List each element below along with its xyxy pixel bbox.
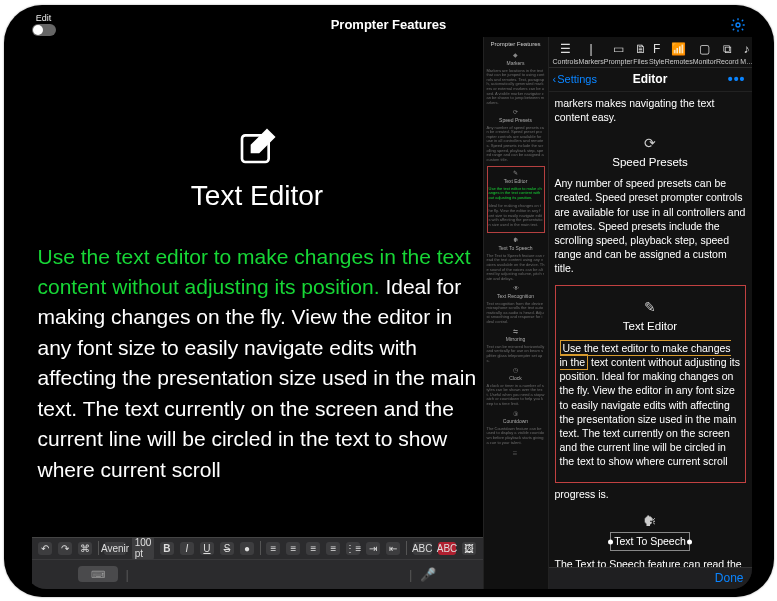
align-justify-button[interactable]: ≡ bbox=[326, 542, 340, 555]
minimap-active-frame: ✎Text Editor Use the text editor to make… bbox=[487, 166, 545, 233]
list-button[interactable]: ⋮≡ bbox=[346, 542, 360, 555]
format-toolbar: ↶ ↷ ⌘ Avenir 100 pt B I U S ● ≡ ≡ ≡ ≡ bbox=[32, 537, 483, 559]
editor-heading: Text Editor bbox=[38, 127, 477, 212]
tool-label: Remotes bbox=[665, 58, 693, 65]
compose-icon bbox=[38, 127, 477, 176]
minimap-handle-icon[interactable]: ≡ bbox=[487, 449, 545, 459]
monitor-icon: ▢ bbox=[696, 41, 712, 57]
done-bar: Done bbox=[549, 567, 752, 589]
minimap-sec-markers: ◆Markers bbox=[487, 52, 545, 66]
minimap-sec-speed: ⟳Speed Presets bbox=[487, 109, 545, 123]
minimap-block: Any number of speed presets can be creat… bbox=[487, 126, 545, 163]
edit-toggle-label: Edit bbox=[36, 14, 52, 23]
compose-icon: ✎ bbox=[560, 298, 741, 317]
minimap-block: Text recognition from the device microph… bbox=[487, 302, 545, 325]
tablet-frame: Edit Prompter Features bbox=[4, 5, 774, 597]
settings-subheader: ‹ Settings Editor ••• bbox=[549, 68, 752, 92]
tool-label: Record bbox=[716, 58, 739, 65]
minimap-sec-clock: ◷Clock bbox=[487, 367, 545, 381]
keyboard-toolbar: ⌨ | | 🎤 bbox=[32, 559, 483, 589]
minimap-sec-countdown: ③Countdown bbox=[487, 411, 545, 425]
tts-section-header: 🗣 Text To Speech bbox=[555, 512, 746, 551]
outdent-button[interactable]: ⇤ bbox=[386, 542, 400, 555]
tool-icon-row: ☰Controls❘Markers▭Prompter🗎FilesFStyle📶R… bbox=[549, 37, 752, 68]
undo-button[interactable]: ↶ bbox=[38, 542, 52, 555]
minimap-column[interactable]: Prompter Features ◆Markers Markers are l… bbox=[483, 37, 549, 589]
texteditor-section-header: ✎ Text Editor bbox=[560, 298, 741, 334]
keyboard-pill-icon[interactable]: ⌨ bbox=[78, 566, 118, 582]
svg-point-0 bbox=[736, 23, 740, 27]
underline-button[interactable]: U bbox=[200, 542, 214, 555]
speed-section-header: ⟳ Speed Presets bbox=[555, 134, 746, 170]
tool-label: Files bbox=[633, 58, 648, 65]
settings-header-title: Editor bbox=[633, 72, 668, 86]
markers-icon: ❘ bbox=[583, 41, 599, 57]
page-title: Prompter Features bbox=[331, 17, 447, 32]
minimap-sec-textrec: 👁Text Recognition bbox=[487, 285, 545, 299]
tool-label: Controls bbox=[553, 58, 579, 65]
speed-body-text: Any number of speed presets can be creat… bbox=[555, 176, 746, 275]
remotes-icon: 📶 bbox=[671, 41, 687, 57]
editor-rest-text: Ideal for making changes on the fly. Vie… bbox=[38, 275, 477, 481]
done-button[interactable]: Done bbox=[715, 571, 744, 585]
speech-icon: 🗣 bbox=[555, 512, 746, 531]
font-family-select[interactable]: Avenir bbox=[104, 542, 126, 555]
editor-body-text[interactable]: Use the text editor to make changes in t… bbox=[38, 242, 477, 486]
text-color-button[interactable]: ● bbox=[240, 542, 254, 555]
tool-prompter-button[interactable]: ▭Prompter bbox=[604, 41, 633, 65]
minimap-title: Prompter Features bbox=[487, 41, 545, 49]
editor-area[interactable]: Text Editor Use the text editor to make … bbox=[32, 37, 483, 537]
tts-body-text: The Text to Speech feature can read the … bbox=[555, 557, 746, 567]
tool-more-button[interactable]: ♪M… bbox=[739, 41, 752, 65]
abc-button-1[interactable]: ABC bbox=[413, 542, 432, 555]
align-center-button[interactable]: ≡ bbox=[286, 542, 300, 555]
settings-gear-icon[interactable] bbox=[730, 17, 746, 33]
top-bar: Edit Prompter Features bbox=[26, 13, 752, 37]
controls-icon: ☰ bbox=[558, 41, 574, 57]
tts-title-selected[interactable]: Text To Speech bbox=[610, 532, 690, 550]
tool-files-button[interactable]: 🗎Files bbox=[633, 41, 649, 65]
strike-button[interactable]: S bbox=[220, 542, 234, 555]
back-to-settings-button[interactable]: ‹ Settings bbox=[553, 73, 597, 85]
edit-switch[interactable] bbox=[32, 24, 56, 36]
edit-toggle[interactable]: Edit bbox=[32, 14, 56, 36]
tool-label: Markers bbox=[579, 58, 604, 65]
prompter-icon: ▭ bbox=[610, 41, 626, 57]
tool-style-button[interactable]: FStyle bbox=[649, 41, 665, 65]
bold-button[interactable]: B bbox=[160, 542, 174, 555]
tool-markers-button[interactable]: ❘Markers bbox=[579, 41, 604, 65]
tool-monitor-button[interactable]: ▢Monitor bbox=[693, 41, 716, 65]
editor-heading-text: Text Editor bbox=[191, 180, 323, 211]
texteditor-body-text: Use the text editor to make changes in t… bbox=[560, 341, 741, 469]
format-button[interactable]: ⌘ bbox=[78, 542, 92, 555]
minimap-block: Markers are locations in the text that c… bbox=[487, 69, 545, 106]
minimap-sec-mirror: ⇋Mirroring bbox=[487, 329, 545, 343]
indent-button[interactable]: ⇥ bbox=[366, 542, 380, 555]
abc-highlight-button[interactable]: ABC bbox=[438, 542, 457, 555]
files-icon: 🗎 bbox=[633, 41, 649, 57]
tool-remotes-button[interactable]: 📶Remotes bbox=[665, 41, 693, 65]
italic-button[interactable]: I bbox=[180, 542, 194, 555]
screen: Edit Prompter Features bbox=[26, 13, 752, 589]
texteditor-tail-text: progress is. bbox=[555, 487, 746, 501]
record-icon: ⧉ bbox=[719, 41, 735, 57]
minimap-sec-tts: 🗣Text To Speech bbox=[487, 237, 545, 251]
minimap-block: The Countdown feature can be used to dis… bbox=[487, 427, 545, 445]
tool-controls-button[interactable]: ☰Controls bbox=[553, 41, 579, 65]
refresh-icon: ⟳ bbox=[555, 134, 746, 153]
tool-label: Style bbox=[649, 58, 665, 65]
font-size-select[interactable]: 100 pt bbox=[132, 537, 154, 559]
mic-icon[interactable]: 🎤 bbox=[420, 567, 436, 582]
text-editor-highlight-box: ✎ Text Editor Use the text editor to mak… bbox=[555, 285, 746, 483]
tool-label: Prompter bbox=[604, 58, 633, 65]
settings-scroll-content[interactable]: markers makes navigating the text conten… bbox=[549, 92, 752, 567]
divider: | bbox=[126, 567, 129, 582]
redo-button[interactable]: ↷ bbox=[58, 542, 72, 555]
align-left-button[interactable]: ≡ bbox=[266, 542, 280, 555]
tool-record-button[interactable]: ⧉Record bbox=[716, 41, 739, 65]
align-right-button[interactable]: ≡ bbox=[306, 542, 320, 555]
more-options-button[interactable]: ••• bbox=[728, 71, 746, 87]
image-button[interactable]: 🖼 bbox=[462, 542, 476, 555]
tool-label: M… bbox=[740, 58, 751, 65]
style-icon: F bbox=[649, 41, 665, 57]
